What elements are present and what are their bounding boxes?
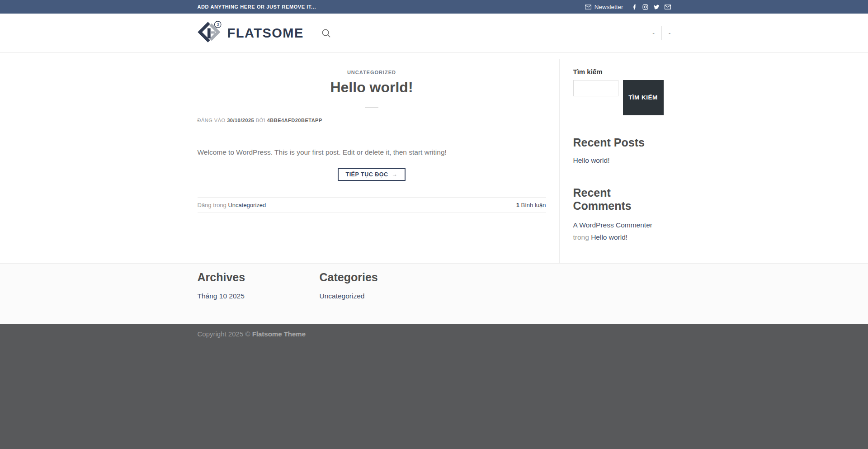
comments-label: Bình luận	[521, 202, 546, 208]
twitter-icon[interactable]	[653, 4, 660, 10]
topbar: ADD ANYTHING HERE OR JUST REMOVE IT... N…	[0, 0, 868, 14]
read-more-wrap: TIẾP TỤC ĐỌC →	[198, 168, 546, 181]
post-date[interactable]: 30/10/2025	[227, 118, 254, 123]
topbar-right: Newsletter	[585, 4, 671, 10]
copyright: Copyright 2025 © Flatsome Theme	[198, 324, 671, 338]
archive-link[interactable]: Tháng 10 2025	[198, 292, 245, 300]
read-more-button[interactable]: TIẾP TỤC ĐỌC →	[338, 168, 406, 181]
list-item: Hello world!	[573, 156, 671, 165]
post-title[interactable]: Hello world!	[198, 79, 546, 96]
posted-in: Đăng trong Uncategorized	[198, 202, 266, 208]
sidebar-search-label: Tìm kiếm	[573, 68, 671, 76]
recent-posts-title: Recent Posts	[573, 136, 671, 149]
comment-post-link[interactable]: Hello world!	[591, 233, 627, 241]
post-footer: Đăng trong Uncategorized 1 Bình luận	[198, 197, 546, 213]
footer-dark: Copyright 2025 © Flatsome Theme	[0, 324, 868, 449]
posted-in-category-link[interactable]: Uncategorized	[228, 202, 266, 208]
archives-list: Tháng 10 2025	[198, 292, 320, 300]
recent-comments-title: Recent Comments	[573, 186, 671, 213]
arrow-right-icon: →	[392, 171, 397, 178]
mail-icon[interactable]	[585, 5, 591, 9]
newsletter-label: Newsletter	[594, 4, 623, 10]
footer-widgets: Archives Tháng 10 2025 Categories Uncate…	[0, 263, 868, 324]
post: UNCATEGORIZED Hello world! ĐĂNG VÀO 30/1…	[198, 68, 546, 213]
nav-item-left[interactable]: -	[652, 30, 655, 36]
read-more-label: TIẾP TỤC ĐỌC	[346, 171, 388, 178]
post-category-link[interactable]: UNCATEGORIZED	[347, 70, 396, 75]
page: ADD ANYTHING HERE OR JUST REMOVE IT... N…	[0, 0, 868, 449]
copyright-brand: Flatsome Theme	[252, 330, 306, 338]
social-links	[632, 4, 671, 10]
site-header: 3 FLATSOME - -	[0, 14, 868, 53]
search-icon[interactable]	[321, 28, 331, 38]
sidebar-search-form: TÌM KIẾM	[573, 80, 671, 115]
title-divider	[365, 107, 378, 108]
instagram-icon[interactable]	[642, 4, 648, 10]
by-label: BỞI	[256, 118, 265, 123]
post-meta: ĐĂNG VÀO 30/10/2025 BỞI 4BBE4AFD20BETAPP	[198, 118, 546, 123]
nav-divider	[661, 26, 662, 40]
post-excerpt: Welcome to WordPress. This is your first…	[198, 147, 546, 157]
sidebar: Tìm kiếm TÌM KIẾM Recent Posts Hello wor…	[559, 59, 671, 263]
recent-post-link[interactable]: Hello world!	[573, 156, 610, 164]
categories-list: Uncategorized	[320, 292, 442, 300]
flatsome-logo-icon: 3	[198, 19, 222, 47]
archives-widget: Archives Tháng 10 2025	[198, 271, 320, 300]
categories-title: Categories	[320, 271, 442, 284]
list-item: Uncategorized	[320, 292, 442, 300]
copyright-text: Copyright 2025 ©	[198, 330, 252, 338]
main-content: UNCATEGORIZED Hello world! ĐĂNG VÀO 30/1…	[0, 53, 868, 263]
facebook-icon[interactable]	[632, 4, 637, 10]
recent-comment-item: A WordPress Commenter trong Hello world!	[573, 219, 671, 243]
newsletter-link[interactable]: Newsletter	[585, 4, 623, 10]
comments-count: 1	[516, 202, 519, 208]
archives-title: Archives	[198, 271, 320, 284]
recent-posts-list: Hello world!	[573, 156, 671, 165]
post-category: UNCATEGORIZED	[198, 68, 546, 76]
brand-name: FLATSOME	[227, 26, 304, 41]
posted-in-label: Đăng trong	[198, 202, 226, 208]
svg-text:3: 3	[217, 22, 219, 27]
email-icon[interactable]	[665, 5, 671, 9]
sidebar-search-input[interactable]	[573, 80, 618, 96]
header-nav: - -	[652, 26, 670, 40]
topbar-message: ADD ANYTHING HERE OR JUST REMOVE IT...	[198, 4, 316, 9]
categories-widget: Categories Uncategorized	[320, 271, 442, 300]
posted-label: ĐĂNG VÀO	[198, 118, 226, 123]
list-item: Tháng 10 2025	[198, 292, 320, 300]
nav-item-right[interactable]: -	[669, 30, 671, 36]
post-column: UNCATEGORIZED Hello world! ĐĂNG VÀO 30/1…	[198, 59, 546, 263]
comment-in-label: trong	[573, 233, 589, 241]
comments-link[interactable]: 1 Bình luận	[516, 202, 546, 208]
site-logo[interactable]: 3 FLATSOME	[198, 19, 304, 47]
sidebar-search-button[interactable]: TÌM KIẾM	[623, 80, 664, 115]
post-author[interactable]: 4BBE4AFD20BETAPP	[267, 118, 322, 123]
comment-author-link[interactable]: A WordPress Commenter	[573, 221, 652, 229]
category-link[interactable]: Uncategorized	[320, 292, 365, 300]
